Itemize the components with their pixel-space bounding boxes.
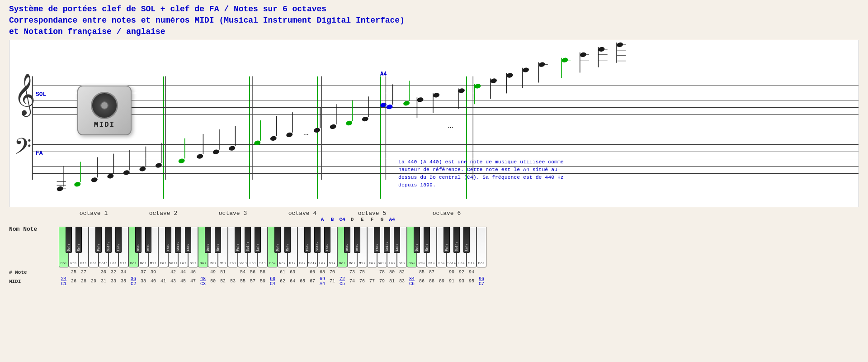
midi-cell-28: 28 — [79, 279, 89, 284]
midi-cell-43: 43 — [168, 279, 178, 284]
note-4 — [123, 169, 130, 175]
white-key-name-1-6: Si₁ — [120, 262, 127, 266]
white-key-name-5-0: Do₅ — [339, 262, 345, 266]
black-key-3-2[interactable]: Fa#₃ — [235, 227, 241, 253]
piano-octave-1: Do₁Re₁Mi₁Fa₁Sol₁La₁Si₁Do#₁Re#₁Fa#₁Sol#₁L… — [59, 227, 128, 267]
black-key-5-2[interactable]: Fa#₅ — [374, 227, 380, 253]
white-key-name-1-4: Sol₁ — [99, 262, 108, 266]
sharp-cell-18: 54 — [238, 270, 248, 275]
abc-label-C4: C4 — [337, 217, 347, 222]
black-key-4-2[interactable]: Fa#₄ — [304, 227, 311, 253]
octave-label-6: octave 6 — [407, 210, 486, 217]
midi-cell-88: 88 — [427, 279, 437, 284]
white-key-name-5-2: Mi₅ — [359, 262, 365, 266]
white-key-name-3-4: Sol₃ — [238, 262, 247, 266]
white-key-name-3-5: La₃ — [250, 262, 256, 266]
black-key-4-1[interactable]: Re#₄ — [284, 227, 291, 253]
note-19 — [506, 72, 513, 78]
sharp-cell-15: 49 — [208, 270, 218, 275]
note-green-3 — [254, 140, 261, 146]
black-key-1-1[interactable]: Re#₁ — [75, 227, 82, 253]
black-key-3-4[interactable]: La#₃ — [255, 227, 261, 253]
note-18 — [490, 77, 497, 83]
black-key-name-5-2: Fa#₅ — [376, 243, 379, 251]
abc-label-F: F — [367, 217, 377, 222]
black-key-2-0[interactable]: Do#₂ — [135, 227, 142, 253]
white-key-name-5-1: Re₅ — [349, 262, 355, 266]
white-key-name-1-0: Do₁ — [61, 262, 67, 266]
a4-midi-label: A4 — [320, 281, 325, 286]
sharp-cell-22: 61 — [278, 270, 288, 275]
black-key-5-3[interactable]: Sol#₅ — [384, 227, 390, 253]
midi-cell-wrapper-84: 84C6 — [407, 276, 417, 286]
black-key-name-1-4: La#₁ — [117, 243, 120, 251]
sharp-cell-36: 85 — [417, 270, 427, 275]
black-key-3-3[interactable]: Sol#₃ — [245, 227, 251, 253]
white-key-name-6-2: Mi₆ — [429, 262, 435, 266]
white-key-name-4-0: Do₄ — [269, 262, 276, 266]
abc-label-E: E — [357, 217, 367, 222]
midi-cell-29: 29 — [89, 279, 99, 284]
black-key-1-2[interactable]: Fa#₁ — [95, 227, 102, 253]
black-key-name-6-2: Fa#₆ — [445, 243, 448, 251]
black-key-name-6-0: Do#₆ — [415, 243, 419, 251]
midi-cell-89: 89 — [437, 279, 447, 284]
black-key-6-2[interactable]: Fa#₆ — [443, 227, 450, 253]
black-key-name-3-3: Sol#₃ — [246, 242, 250, 251]
number-rows-container: # Note2527303234373942444649515456586163… — [9, 269, 859, 286]
black-key-name-3-2: Fa#₃ — [236, 243, 240, 251]
midi-cell-wrapper-36: 36C2 — [128, 276, 138, 286]
sharp-cell-23: 63 — [288, 270, 297, 275]
midi-cell-79: 79 — [377, 279, 387, 284]
black-key-5-1[interactable]: Re#₅ — [354, 227, 360, 253]
note-8 — [212, 149, 220, 155]
white-key-name-2-2: Mi₂ — [150, 262, 156, 266]
black-key-2-4[interactable]: La#₂ — [185, 227, 191, 253]
black-key-6-0[interactable]: Do#₆ — [414, 227, 420, 253]
black-key-2-1[interactable]: Re#₂ — [145, 227, 151, 253]
sharp-note-row: # Note2527303234373942444649515456586163… — [9, 269, 859, 276]
black-key-3-1[interactable]: Re#₃ — [215, 227, 221, 253]
black-key-1-0[interactable]: Do#₁ — [66, 227, 72, 253]
nom-note-label-container: Nom Note — [9, 217, 59, 233]
white-key-name-4-6: Si₄ — [329, 262, 335, 266]
sharp-cell-39: 90 — [447, 270, 457, 275]
black-key-name-5-3: Sol#₅ — [386, 242, 389, 251]
sharp-cell-29: 73 — [347, 270, 357, 275]
sharp-cell-33: 80 — [387, 270, 397, 275]
black-key-5-4[interactable]: La#₅ — [394, 227, 400, 253]
black-key-6-4[interactable]: La#₆ — [463, 227, 470, 253]
white-key-name-4-1: Re₄ — [279, 262, 286, 266]
black-key-5-0[interactable]: Do#₅ — [344, 227, 350, 253]
piano-octave-3: Do₃Re₃Mi₃Fa₃Sol₃La₃Si₃Do#₃Re#₃Fa#₃Sol#₃L… — [198, 227, 268, 267]
black-key-4-3[interactable]: Sol#₄ — [314, 227, 321, 253]
black-key-name-1-1: Re#₁ — [77, 243, 80, 251]
note-green-4 — [345, 120, 353, 126]
midi-cell-45: 45 — [178, 279, 188, 284]
black-key-3-0[interactable]: Do#₃ — [205, 227, 211, 253]
staff-area: 𝄞 SOL 𝄢 FA MIDI A4 — [9, 40, 859, 207]
title-line-3: et Notation française / anglaise — [9, 26, 859, 38]
white-key-name-2-6: Si₂ — [190, 262, 196, 266]
midi-cell-77: 77 — [367, 279, 377, 284]
black-key-2-3[interactable]: Sol#₂ — [175, 227, 181, 253]
midi-cell-47: 47 — [188, 279, 198, 284]
midi-cell-36: 36 — [128, 276, 138, 281]
note-green-1 — [74, 181, 81, 187]
black-key-name-6-3: Sol#₆ — [455, 242, 458, 251]
black-key-6-3[interactable]: Sol#₆ — [453, 227, 460, 253]
octave-label-3: octave 3 — [198, 210, 268, 217]
white-key-name-3-6: Si₃ — [259, 262, 266, 266]
white-key-6-7[interactable]: Do₇ — [476, 227, 486, 267]
white-key-name-2-0: Do₂ — [130, 262, 137, 266]
black-key-4-0[interactable]: Do#₄ — [274, 227, 281, 253]
black-key-1-3[interactable]: Sol#₁ — [105, 227, 112, 253]
note-14 — [362, 116, 369, 122]
note-9 — [228, 145, 236, 151]
black-key-1-4[interactable]: La#₁ — [115, 227, 122, 253]
black-key-2-2[interactable]: Fa#₂ — [165, 227, 171, 253]
black-key-4-4[interactable]: La#₄ — [324, 227, 330, 253]
c-label-96: C7 — [479, 281, 484, 286]
black-key-6-1[interactable]: Re#₆ — [424, 227, 430, 253]
white-key-name-4-2: Mi₄ — [289, 262, 296, 266]
